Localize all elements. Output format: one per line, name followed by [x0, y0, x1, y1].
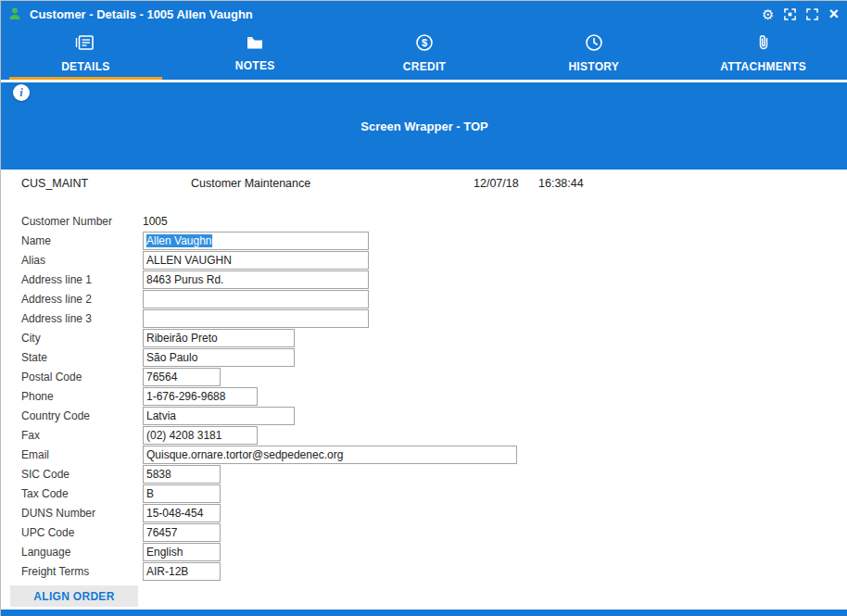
gear-icon[interactable]: ⚙	[762, 7, 774, 21]
field-label: Alias	[21, 254, 143, 267]
form-row: State São Paulo	[21, 347, 847, 367]
titlebar: Customer - Details - 1005 Allen Vaughn ⚙…	[1, 1, 847, 27]
svg-text:$: $	[422, 37, 427, 48]
form-row: UPC Code 76457	[21, 522, 847, 542]
tab-details[interactable]: DETAILS	[1, 27, 171, 80]
form-row: Tax Code B	[21, 484, 847, 503]
field-label: SIC Code	[21, 468, 143, 481]
field-label: UPC Code	[21, 526, 143, 539]
info-icon[interactable]: i	[13, 84, 30, 101]
field-value: 15-048-454	[146, 507, 203, 520]
screen-date: 12/07/18	[474, 177, 527, 192]
form-row: Language English	[21, 542, 847, 561]
phone-input[interactable]: 1-676-296-9688	[143, 387, 258, 406]
fax-input[interactable]: (02) 4208 3181	[143, 426, 258, 445]
form-row: Address line 3	[21, 308, 847, 328]
screen-header: CUS_MAINT Customer Maintenance 12/07/18 …	[21, 177, 847, 192]
form-row: SIC Code 5838	[21, 464, 847, 484]
field-value: 1-676-296-9688	[146, 390, 225, 403]
tab-notes[interactable]: NOTES	[171, 27, 340, 80]
form-row: Country Code Latvia	[21, 406, 847, 425]
maximize-window-icon[interactable]	[806, 8, 818, 20]
field-value: English	[146, 546, 183, 559]
form-row: Postal Code 76564	[21, 367, 847, 386]
screen-title: Customer Maintenance	[191, 177, 474, 192]
address-line-3-input[interactable]	[143, 309, 369, 328]
sic-code-input[interactable]: 5838	[143, 465, 221, 484]
form-icon	[75, 33, 95, 56]
bottom-statusbar	[1, 610, 847, 616]
field-label: City	[21, 332, 143, 345]
address-line-2-input[interactable]	[143, 290, 369, 308]
tab-details-label: DETAILS	[61, 60, 110, 73]
customer-number-row: Customer Number 1005	[21, 211, 847, 231]
dollar-circle-icon: $	[415, 33, 434, 56]
paperclip-icon	[754, 33, 773, 56]
tab-attachments[interactable]: ATTACHMENTS	[678, 27, 847, 80]
alias-input[interactable]: ALLEN VAUGHN	[143, 251, 369, 270]
state-input[interactable]: São Paulo	[143, 348, 295, 367]
address-line-1-input[interactable]: 8463 Purus Rd.	[143, 270, 369, 289]
field-label: Name	[21, 234, 143, 247]
field-value: (02) 4208 3181	[146, 429, 221, 442]
field-value: 76564	[146, 371, 177, 383]
tab-history[interactable]: HISTORY	[509, 27, 678, 80]
form-row: Name Allen Vaughn	[21, 231, 847, 250]
form-row: City Ribeirão Preto	[21, 328, 847, 347]
form-row: Address line 2	[21, 289, 847, 308]
details-form-panel: CUS_MAINT Customer Maintenance 12/07/18 …	[1, 170, 847, 581]
screen-time: 16:38:44	[538, 177, 584, 192]
tabbar: DETAILS NOTES $ CREDIT	[1, 27, 847, 80]
field-label: Email	[21, 448, 143, 461]
field-value: 8463 Purus Rd.	[146, 273, 223, 286]
postal-code-input[interactable]: 76564	[143, 368, 221, 386]
field-label: Address line 2	[21, 293, 143, 306]
name-input[interactable]: Allen Vaughn	[143, 232, 369, 250]
field-value: Quisque.ornare.tortor@sedpedenec.org	[146, 448, 343, 461]
form-row: Phone 1-676-296-9688	[21, 386, 847, 406]
tax-code-input[interactable]: B	[143, 484, 221, 503]
customer-person-icon	[7, 6, 22, 21]
form-row: Address line 1 8463 Purus Rd.	[21, 270, 847, 289]
form-row: Email Quisque.ornare.tortor@sedpedenec.o…	[21, 445, 847, 464]
field-label: Country Code	[21, 409, 143, 422]
city-input[interactable]: Ribeirão Preto	[143, 329, 295, 347]
customer-number-value: 1005	[143, 215, 168, 228]
program-name: CUS_MAINT	[21, 177, 191, 192]
field-label: Tax Code	[21, 487, 143, 500]
form-row: Alias ALLEN VAUGHN	[21, 250, 847, 270]
customer-number-label: Customer Number	[21, 215, 143, 228]
field-value: 76457	[146, 526, 177, 539]
align-order-button[interactable]: ALIGN ORDER	[10, 585, 138, 607]
banner-text: Screen Wrapper - TOP	[360, 119, 488, 133]
clock-icon	[585, 33, 603, 56]
country-code-input[interactable]: Latvia	[143, 407, 295, 425]
field-value: Allen Vaughn	[146, 234, 212, 247]
field-label: Address line 1	[21, 273, 143, 286]
form-fields: Name Allen Vaughn Alias ALLEN VAUGHN Add…	[21, 231, 847, 581]
close-icon[interactable]: ×	[828, 6, 839, 22]
tab-attachments-label: ATTACHMENTS	[720, 60, 806, 73]
field-label: DUNS Number	[21, 507, 143, 520]
field-label: State	[21, 351, 143, 364]
field-value: Latvia	[146, 409, 176, 422]
customer-details-window: Customer - Details - 1005 Allen Vaughn ⚙…	[0, 0, 847, 616]
field-label: Freight Terms	[21, 565, 143, 578]
tab-credit[interactable]: $ CREDIT	[340, 27, 510, 80]
restore-window-icon[interactable]	[784, 8, 796, 20]
freight-terms-input[interactable]: AIR-12B	[143, 562, 221, 581]
email-input[interactable]: Quisque.ornare.tortor@sedpedenec.org	[143, 446, 517, 464]
field-value: B	[146, 487, 154, 500]
field-value: ALLEN VAUGHN	[146, 254, 232, 267]
field-value: Ribeirão Preto	[146, 332, 218, 345]
duns-number-input[interactable]: 15-048-454	[143, 504, 221, 522]
language-input[interactable]: English	[143, 543, 221, 561]
form-row: Fax (02) 4208 3181	[21, 425, 847, 445]
upc-code-input[interactable]: 76457	[143, 523, 221, 542]
tab-notes-label: NOTES	[235, 59, 275, 72]
document-icon	[246, 34, 264, 55]
field-value: 5838	[146, 468, 171, 481]
screen-wrapper-banner: i Screen Wrapper - TOP	[1, 82, 847, 170]
field-label: Phone	[21, 390, 143, 403]
tab-credit-label: CREDIT	[403, 60, 446, 73]
